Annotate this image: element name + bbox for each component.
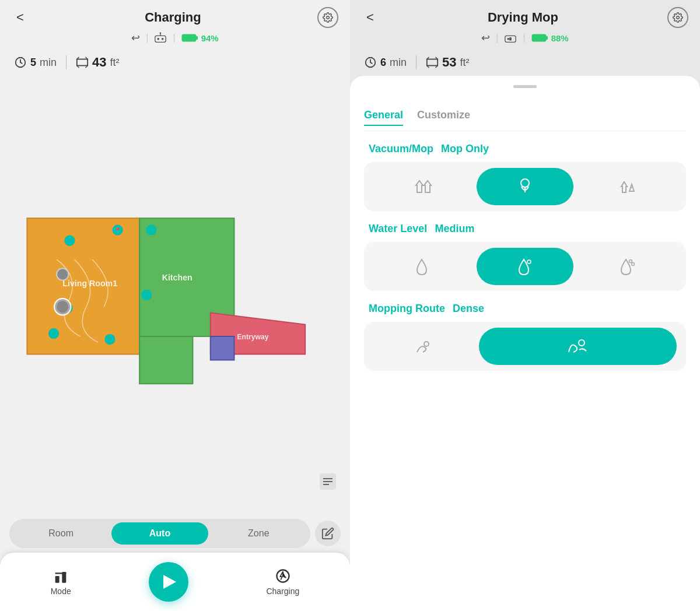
svg-point-66: [632, 263, 635, 266]
sheet-handle: [513, 85, 537, 88]
svg-point-32: [48, 328, 59, 339]
left-title-row: < Charging: [12, 7, 338, 28]
tab-general[interactable]: General: [364, 109, 403, 126]
right-battery-indicator: 88%: [531, 33, 569, 43]
right-stat-divider: [416, 55, 416, 69]
bottom-bar: Mode Charging: [0, 553, 350, 611]
right-area-icon: [426, 56, 439, 69]
svg-point-28: [146, 224, 156, 235]
svg-point-3: [162, 38, 164, 40]
area-value: 43: [92, 55, 106, 70]
water-level-options: [364, 242, 686, 291]
area-icon: [76, 56, 89, 69]
play-icon: [163, 575, 176, 589]
right-robot-icon: [504, 31, 517, 44]
mode-label: Mode: [51, 587, 71, 596]
map-layers-button[interactable]: [317, 471, 338, 494]
undo-icon: ↩: [131, 31, 140, 44]
right-time-unit: min: [390, 57, 407, 69]
vacuum-only-button[interactable]: [373, 168, 470, 205]
svg-point-36: [57, 301, 68, 312]
time-value: 5: [30, 57, 36, 69]
stat-divider: [66, 55, 66, 69]
timer-icon: [14, 56, 27, 69]
svg-line-10: [20, 62, 22, 64]
route-dense-button[interactable]: [479, 328, 677, 365]
charging-icon: [275, 568, 291, 584]
svg-point-2: [158, 38, 160, 40]
route-light-button[interactable]: [373, 328, 472, 365]
svg-marker-22: [211, 336, 235, 360]
right-settings-button[interactable]: [667, 7, 688, 28]
mode-tab[interactable]: Mode: [51, 568, 71, 596]
right-timer-icon: [364, 56, 377, 69]
mode-auto-button[interactable]: Auto: [111, 522, 208, 545]
time-unit: min: [40, 57, 57, 69]
area-unit: ft²: [110, 57, 120, 69]
water-medium-button[interactable]: [477, 248, 573, 285]
bottom-controls: Room Auto Zone: [0, 514, 350, 553]
mopping-route-label: Mopping Route Dense: [364, 303, 686, 315]
left-title: Charging: [145, 10, 201, 25]
vacuum-mop-button[interactable]: [580, 168, 677, 205]
water-level-section: Water Level Medium: [364, 223, 686, 291]
floor-map: Living Room1 Kitchen Entryway 📍: [9, 82, 341, 508]
right-separator: |: [496, 33, 498, 43]
separator: |: [146, 33, 148, 43]
svg-rect-6: [182, 34, 196, 41]
svg-point-34: [57, 268, 68, 280]
right-title: Drying Mop: [488, 10, 558, 25]
map-area: Living Room1 Kitchen Entryway 📍: [9, 82, 341, 508]
svg-rect-1: [155, 36, 166, 42]
svg-text:Entryway: Entryway: [237, 333, 269, 341]
mopping-route-selected: Dense: [453, 303, 484, 314]
right-battery-percentage: 88%: [551, 33, 569, 43]
time-stat: 5 min: [14, 56, 57, 69]
svg-marker-21: [139, 336, 192, 384]
svg-text:📍: 📍: [114, 227, 121, 234]
play-button[interactable]: [149, 562, 188, 602]
battery-percentage: 94%: [201, 33, 219, 43]
mop-only-button[interactable]: [477, 168, 573, 205]
tab-customize[interactable]: Customize: [417, 109, 470, 126]
mode-zone-button[interactable]: Zone: [211, 522, 307, 545]
separator2: |: [173, 33, 175, 43]
edit-map-button[interactable]: [315, 521, 341, 546]
left-back-button[interactable]: <: [12, 8, 29, 27]
mode-room-button[interactable]: Room: [13, 522, 109, 545]
tab-row: General Customize: [364, 109, 686, 131]
battery-icon: [181, 33, 199, 43]
battery-indicator: 94%: [181, 33, 219, 43]
left-settings-button[interactable]: [317, 7, 338, 28]
svg-rect-7: [196, 36, 198, 40]
svg-point-65: [629, 260, 632, 263]
right-stats-row: 6 min 53 ft²: [350, 49, 700, 76]
water-high-button[interactable]: [580, 248, 677, 285]
svg-point-29: [64, 236, 75, 246]
left-stats-row: 5 min 43 ft²: [0, 49, 350, 76]
water-low-button[interactable]: [373, 248, 470, 285]
mode-icon: [52, 568, 69, 584]
right-separator2: |: [523, 33, 525, 43]
water-level-selected: Medium: [435, 223, 474, 234]
right-area-stat: 53 ft²: [426, 55, 469, 70]
vacuum-mop-selected: Mop Only: [441, 143, 489, 154]
mode-selector: Room Auto Zone: [9, 519, 310, 548]
right-area-unit: ft²: [460, 57, 470, 69]
vacuum-mop-section: Vacuum/Mop Mop Only: [364, 143, 686, 211]
settings-sheet: General Customize Vacuum/Mop Mop Only: [350, 76, 700, 611]
svg-text:Living Room1: Living Room1: [62, 279, 117, 288]
right-undo-icon: ↩: [481, 31, 490, 44]
right-time-stat: 6 min: [364, 56, 407, 69]
right-back-button[interactable]: <: [362, 8, 379, 27]
right-title-row: < Drying Mop: [362, 7, 688, 28]
right-area-value: 53: [442, 55, 456, 70]
svg-point-30: [141, 290, 152, 300]
vacuum-mop-label: Vacuum/Mop Mop Only: [364, 143, 686, 155]
svg-point-33: [104, 334, 115, 345]
right-battery-icon: [531, 33, 549, 43]
right-panel: < Drying Mop ↩ | |: [350, 0, 700, 611]
right-status-row: ↩ | | 88%: [481, 31, 568, 44]
left-header: < Charging ↩ | |: [0, 0, 350, 49]
charging-tab[interactable]: Charging: [266, 568, 299, 596]
